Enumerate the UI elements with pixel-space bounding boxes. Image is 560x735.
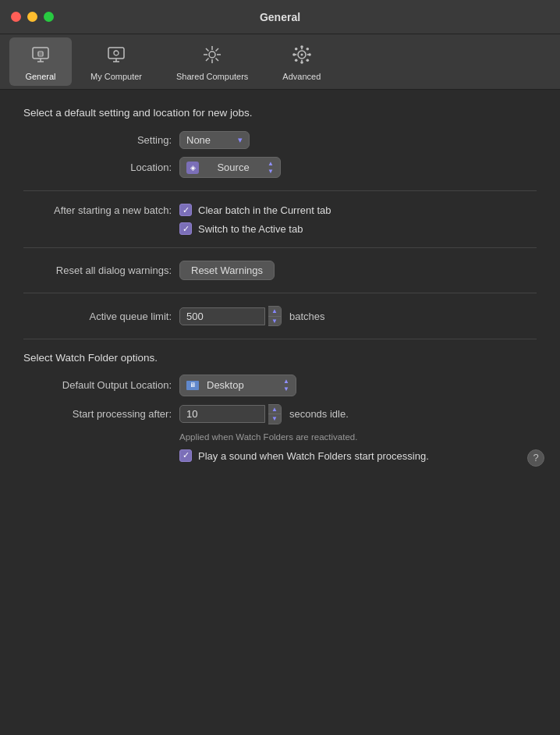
setting-arrow-icon: ▾ <box>238 135 243 145</box>
titlebar: General <box>0 0 560 34</box>
svg-point-27 <box>295 59 298 62</box>
tab-general[interactable]: General <box>9 37 72 86</box>
tab-my-computer[interactable]: My Computer <box>75 37 158 86</box>
divider-4 <box>23 339 537 339</box>
switch-active-label: Switch to the Active tab <box>198 223 303 235</box>
divider-1 <box>23 190 537 191</box>
play-sound-label: Play a sound when Watch Folders start pr… <box>198 449 429 463</box>
queue-limit-input[interactable] <box>179 307 265 325</box>
svg-point-23 <box>308 53 311 56</box>
svg-line-15 <box>216 59 219 62</box>
processing-stepper-up[interactable]: ▲ <box>268 405 281 415</box>
output-location-label: Default Output Location: <box>23 379 172 391</box>
divider-3 <box>23 293 537 293</box>
setting-dropdown[interactable]: None ▾ <box>179 131 250 149</box>
queue-stepper-buttons: ▲ ▼ <box>268 306 282 326</box>
tab-general-label: General <box>25 72 55 81</box>
queue-stepper-up[interactable]: ▲ <box>268 307 281 317</box>
advanced-icon <box>291 44 313 69</box>
watch-section-title: Select Watch Folder options. <box>23 352 537 364</box>
batch-label: After starting a new batch: <box>23 204 172 216</box>
location-stepper-icon: ▲▼ <box>268 160 274 175</box>
maximize-button[interactable] <box>44 12 54 22</box>
minimize-button[interactable] <box>27 12 37 22</box>
location-dropdown[interactable]: ◈ Source ▲▼ <box>179 157 281 178</box>
batch-section: After starting a new batch: Clear batch … <box>23 204 537 235</box>
processing-row: Start processing after: ▲ ▼ seconds idle… <box>23 404 537 424</box>
svg-line-17 <box>206 59 209 62</box>
batches-label: batches <box>289 311 325 322</box>
output-location-row: Default Output Location: 🖥 Desktop ▲▼ <box>23 375 537 396</box>
setting-row: Setting: None ▾ <box>23 131 537 149</box>
tab-shared-computers-label: Shared Computers <box>176 72 248 81</box>
queue-limit-row: Active queue limit: ▲ ▼ batches <box>23 306 537 326</box>
applied-note: Applied when Watch Folders are reactivat… <box>23 432 537 442</box>
svg-point-22 <box>292 53 296 56</box>
checkbox-clear-batch[interactable]: Clear batch in the Current tab <box>179 204 331 216</box>
tab-advanced-label: Advanced <box>282 72 321 81</box>
window-title: General <box>260 11 300 23</box>
location-value: Source <box>204 162 263 173</box>
location-row: Location: ◈ Source ▲▼ <box>23 157 537 178</box>
svg-rect-2 <box>37 52 44 56</box>
seconds-idle-label: seconds idle. <box>289 408 349 420</box>
svg-rect-5 <box>108 48 124 59</box>
svg-line-14 <box>206 48 209 51</box>
queue-stepper-field: ▲ ▼ batches <box>179 306 324 326</box>
output-stepper-icon: ▲▼ <box>283 378 289 392</box>
tab-shared-computers[interactable]: Shared Computers <box>161 37 264 86</box>
queue-limit-label: Active queue limit: <box>23 311 172 322</box>
general-icon <box>30 44 51 69</box>
switch-active-checkbox[interactable] <box>179 222 192 235</box>
toolbar: General My Computer <box>0 34 560 90</box>
divider-2 <box>23 247 537 248</box>
processing-stepper-field: ▲ ▼ seconds idle. <box>179 404 349 424</box>
play-sound-checkbox[interactable] <box>179 449 192 462</box>
location-label: Location: <box>23 162 172 173</box>
processing-input[interactable] <box>179 405 265 423</box>
svg-point-21 <box>300 61 303 64</box>
svg-point-19 <box>300 54 303 56</box>
reset-warnings-button[interactable]: Reset Warnings <box>179 261 275 280</box>
svg-line-16 <box>216 48 219 51</box>
shared-computers-icon <box>201 44 223 69</box>
svg-point-25 <box>306 59 309 62</box>
svg-point-6 <box>114 51 119 55</box>
content-area: Select a default setting and location fo… <box>0 90 560 481</box>
traffic-lights <box>11 12 54 22</box>
reset-row: Reset all dialog warnings: Reset Warning… <box>23 261 537 280</box>
batch-checkboxes: Clear batch in the Current tab Switch to… <box>179 204 331 235</box>
processing-stepper-buttons: ▲ ▼ <box>268 404 282 424</box>
processing-stepper-down[interactable]: ▼ <box>268 414 281 424</box>
reset-button-label: Reset Warnings <box>191 265 263 276</box>
clear-batch-label: Clear batch in the Current tab <box>198 204 331 216</box>
queue-stepper-down[interactable]: ▼ <box>268 317 281 326</box>
setting-label: Setting: <box>23 134 172 146</box>
svg-point-9 <box>209 51 215 58</box>
play-sound-row[interactable]: Play a sound when Watch Folders start pr… <box>23 449 537 463</box>
help-icon: ? <box>533 452 538 463</box>
svg-point-26 <box>306 48 309 51</box>
tab-advanced[interactable]: Advanced <box>267 37 336 86</box>
checkbox-switch-active[interactable]: Switch to the Active tab <box>179 222 331 235</box>
svg-point-20 <box>300 45 303 48</box>
clear-batch-checkbox[interactable] <box>179 204 192 216</box>
desktop-folder-icon: 🖥 <box>186 381 199 390</box>
section1-title: Select a default setting and location fo… <box>23 107 537 119</box>
processing-label: Start processing after: <box>23 408 172 420</box>
my-computer-icon <box>105 44 127 69</box>
svg-point-24 <box>295 48 298 51</box>
output-location-dropdown[interactable]: 🖥 Desktop ▲▼ <box>179 375 296 396</box>
setting-value: None <box>186 134 211 146</box>
tab-my-computer-label: My Computer <box>90 72 142 81</box>
help-button[interactable]: ? <box>527 449 544 467</box>
reset-label: Reset all dialog warnings: <box>23 265 172 276</box>
close-button[interactable] <box>11 12 21 22</box>
output-location-value: Desktop <box>204 379 278 391</box>
location-folder-icon: ◈ <box>186 162 199 174</box>
